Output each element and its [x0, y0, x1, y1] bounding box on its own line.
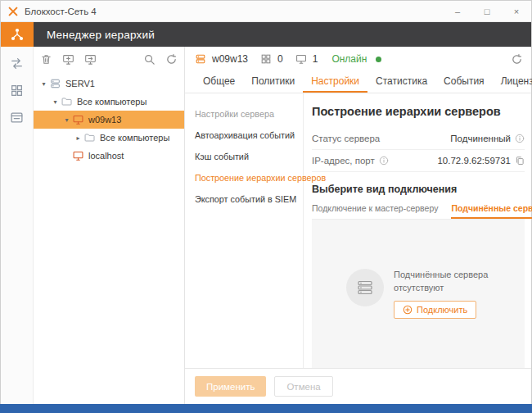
maximize-icon: □ [485, 7, 490, 16]
settings-nav: Настройки сервера Автоархивация событий … [185, 93, 304, 368]
server-icon [49, 78, 61, 89]
tab-settings[interactable]: Настройки [303, 75, 367, 93]
tree-item-w09w13-selected[interactable]: ▾ w09w13 [34, 111, 184, 129]
tree-item-label: w09w13 [88, 115, 121, 125]
hierarchy-settings-detail: Построение иерархии серверов Статус серв… [304, 93, 531, 368]
connect-button-label: Подключить [417, 305, 467, 315]
tree-refresh-icon[interactable] [165, 53, 178, 66]
maximize-button[interactable]: □ [472, 1, 502, 21]
connection-type-title: Выберите вид подключения [312, 184, 525, 195]
section-tabs: Общее Политики Настройки Статистика Собы… [185, 71, 531, 93]
server-icon [195, 53, 206, 65]
app-logo-icon [7, 6, 19, 17]
tree-item-localhost[interactable]: localhost [34, 147, 184, 165]
computers-count: 1 [313, 53, 318, 65]
tree-item-serv1[interactable]: ▾ SERV1 [34, 75, 184, 93]
status-label: Статус сервера [312, 134, 380, 143]
status-value: Подчиненный [450, 134, 511, 143]
window-title: Блокхост-Сеть 4 [25, 7, 443, 16]
ip-value: 10.72.9.62:59731 [437, 156, 511, 166]
titlebar: Блокхост-Сеть 4 – □ × [1, 1, 531, 22]
tree-item-label: Все компьютеры [77, 97, 147, 107]
tab-general[interactable]: Общее [195, 75, 243, 93]
nav-reports-icon[interactable] [10, 111, 24, 125]
tab-subordinate-servers[interactable]: Подчинённые серверы [451, 203, 532, 219]
app-header-row: Менеджер иерархий [1, 22, 531, 47]
policies-count: 0 [277, 53, 283, 65]
nav-exchange-icon[interactable] [10, 57, 24, 70]
brand-square [1, 22, 34, 47]
move-computer-icon[interactable] [84, 53, 97, 66]
window-controls: – □ × [443, 1, 531, 21]
empty-state-text: Подчинённые сервера отсутствуют [394, 269, 490, 294]
copy-icon[interactable] [515, 156, 525, 166]
expand-closed-icon[interactable]: ▸ [73, 134, 83, 142]
tab-events[interactable]: События [435, 75, 493, 93]
nav-rail [1, 47, 34, 404]
apply-button[interactable]: Применить [195, 376, 266, 397]
search-icon[interactable] [143, 53, 156, 66]
tab-policies[interactable]: Политики [243, 75, 303, 93]
server-detail-panel: w09w13 0 1 Онлайн Общее Политики [185, 47, 531, 404]
folder-icon [83, 132, 96, 143]
minimize-button[interactable]: – [443, 1, 472, 21]
app-window: Блокхост-Сеть 4 – □ × Менеджер иерархий [0, 0, 532, 404]
detail-title: Построение иерархии серверов [312, 105, 525, 118]
add-computer-icon[interactable] [62, 53, 74, 66]
settings-nav-autoarchive[interactable]: Автоархивация событий [185, 125, 303, 146]
online-dot-icon [376, 57, 381, 62]
computers-icon [295, 53, 307, 65]
subordinate-servers-panel: Подчинённые сервера отсутствуют Подключи… [312, 220, 525, 368]
tab-statistics[interactable]: Статистика [367, 75, 435, 93]
refresh-icon[interactable] [511, 53, 523, 66]
tree-item-all-computers-child[interactable]: ▸ Все компьютеры [34, 129, 184, 147]
nav-modules-icon[interactable] [10, 84, 24, 98]
ip-port-row: IP-адрес, порт 10.72.9.62:59731 [312, 150, 525, 172]
settings-nav-event-cache[interactable]: Кэш событий [185, 146, 303, 167]
tab-master-connection[interactable]: Подключение к мастер-серверу [312, 203, 438, 219]
computer-icon [72, 150, 84, 161]
expand-open-icon[interactable]: ▾ [38, 80, 49, 88]
settings-nav-hierarchy[interactable]: Построение иерархии серверов [185, 167, 303, 188]
settings-nav-siem-export[interactable]: Экспорт событий в SIEM [185, 188, 303, 210]
tree-item-label: localhost [88, 151, 124, 161]
empty-state: Подчинённые сервера отсутствуют Подключи… [346, 269, 490, 319]
info-icon[interactable] [515, 134, 525, 143]
server-status-row: Статус сервера Подчиненный [312, 128, 525, 150]
servers-icon [356, 279, 374, 297]
close-button[interactable]: × [502, 1, 531, 21]
empty-state-circle [346, 269, 384, 306]
folder-icon [61, 96, 73, 107]
settings-content: Настройки сервера Автоархивация событий … [185, 93, 531, 368]
computer-icon [72, 114, 84, 125]
tree-item-label: SERV1 [65, 79, 95, 88]
hierarchy-tree-panel: ▾ SERV1 ▾ Все компьютеры ▾ [34, 47, 185, 404]
connection-tabs: Подключение к мастер-серверу Подчинённые… [312, 203, 525, 220]
tree-item-label: Все компьютеры [100, 133, 169, 143]
footer-actions: Применить Отмена [185, 368, 531, 404]
minimize-icon: – [455, 7, 460, 16]
ip-label: IP-адрес, порт [312, 156, 375, 166]
info-icon[interactable] [379, 156, 389, 166]
connect-button[interactable]: Подключить [394, 301, 476, 319]
taskbar [0, 404, 532, 413]
server-name: w09w13 [212, 53, 248, 65]
tab-licenses[interactable]: Лицензии [493, 75, 532, 93]
server-status-bar: w09w13 0 1 Онлайн [185, 47, 531, 71]
close-icon: × [514, 7, 519, 16]
main-area: ▾ SERV1 ▾ Все компьютеры ▾ [1, 47, 531, 404]
hierarchy-icon [10, 27, 25, 42]
settings-nav-server-settings[interactable]: Настройки сервера [185, 103, 303, 125]
tree-toolbar [34, 47, 184, 71]
server-tree: ▾ SERV1 ▾ Все компьютеры ▾ [34, 71, 184, 404]
online-status: Онлайн [331, 53, 367, 65]
policies-icon [260, 53, 272, 65]
plus-icon [403, 305, 413, 315]
delete-icon[interactable] [40, 53, 52, 66]
page-title: Менеджер иерархий [34, 22, 531, 47]
expand-open-icon[interactable]: ▾ [50, 98, 61, 106]
expand-open-icon[interactable]: ▾ [61, 116, 72, 124]
tree-item-all-computers[interactable]: ▾ Все компьютеры [34, 93, 184, 111]
cancel-button[interactable]: Отмена [274, 376, 332, 397]
